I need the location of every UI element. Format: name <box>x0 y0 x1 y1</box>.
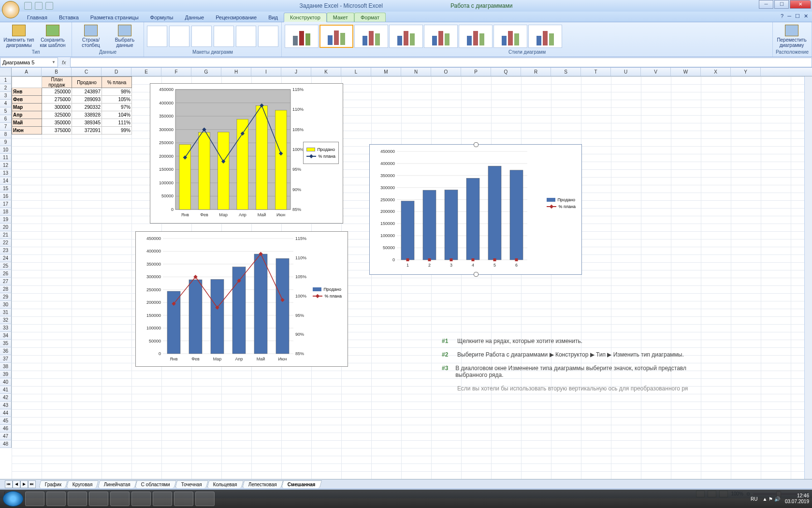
month-cell[interactable]: Июн <box>12 127 42 134</box>
row-header[interactable]: 24 <box>0 254 12 262</box>
row-header[interactable]: 3 <box>0 92 12 100</box>
tab-view[interactable]: Вид <box>262 13 284 22</box>
sheet-tab[interactable]: Лепестковая <box>242 480 283 488</box>
month-cell[interactable]: Мар <box>12 104 42 111</box>
office-button[interactable] <box>2 1 19 18</box>
row-header[interactable]: 1 <box>0 76 12 84</box>
close-workbook-icon[interactable]: ✕ <box>804 13 808 19</box>
column-header[interactable]: H <box>221 68 251 76</box>
layout-item[interactable] <box>147 26 167 47</box>
month-cell[interactable]: Апр <box>12 111 42 119</box>
row-header[interactable]: 45 <box>0 417 12 425</box>
minimize-button[interactable]: ─ <box>759 0 773 9</box>
header-plan[interactable]: План продаж <box>42 77 72 88</box>
row-header[interactable]: 11 <box>0 154 12 162</box>
column-header[interactable]: R <box>521 68 551 76</box>
row-header[interactable]: 37 <box>0 355 12 363</box>
row-header[interactable]: 22 <box>0 239 12 247</box>
chart-layouts-gallery[interactable] <box>147 23 278 49</box>
sheet-tab[interactable]: Линейчатая <box>97 480 136 488</box>
style-item[interactable] <box>285 25 319 48</box>
select-all-corner[interactable] <box>0 68 12 76</box>
sheet-tab[interactable]: График <box>39 480 68 488</box>
row-header[interactable]: 21 <box>0 231 12 239</box>
sheet-tab[interactable]: Точечная <box>175 480 208 488</box>
row-header[interactable]: 13 <box>0 169 12 177</box>
style-item[interactable] <box>389 25 423 48</box>
help-icon[interactable]: ? <box>781 13 783 19</box>
layout-item[interactable] <box>258 26 278 47</box>
column-header[interactable]: K <box>311 68 341 76</box>
chart-styles-gallery[interactable] <box>285 23 769 49</box>
tray-flag-icon[interactable]: ▲ ⚑ 🔊 <box>762 496 780 502</box>
pct-cell[interactable]: 104% <box>102 111 132 119</box>
taskbar-app-icon[interactable] <box>195 492 215 506</box>
row-header[interactable]: 26 <box>0 270 12 278</box>
undo-icon[interactable] <box>35 2 43 10</box>
taskbar-excel-icon[interactable] <box>153 492 172 506</box>
row-header[interactable]: 25 <box>0 262 12 270</box>
column-header[interactable]: W <box>671 68 701 76</box>
restore-workbook-icon[interactable]: ☐ <box>795 13 800 19</box>
name-box[interactable]: Диаграмма 5▼ <box>0 58 58 67</box>
row-header[interactable]: 2 <box>0 84 12 92</box>
row-header[interactable]: 14 <box>0 177 12 185</box>
row-header[interactable]: 19 <box>0 216 12 224</box>
row-header[interactable]: 7 <box>0 123 12 131</box>
row-header[interactable]: 27 <box>0 278 12 285</box>
row-header[interactable]: 10 <box>0 146 12 154</box>
tab-insert[interactable]: Вставка <box>53 13 85 22</box>
month-cell[interactable]: Янв <box>12 88 42 96</box>
column-header[interactable]: S <box>551 68 581 76</box>
column-header[interactable]: V <box>641 68 671 76</box>
style-item[interactable] <box>354 25 388 48</box>
tab-review[interactable]: Рецензирование <box>210 13 262 22</box>
column-header[interactable]: L <box>341 68 371 76</box>
pct-cell[interactable]: 105% <box>102 96 132 104</box>
row-header[interactable]: 6 <box>0 115 12 123</box>
sold-cell[interactable]: 289093 <box>72 96 102 104</box>
change-chart-type-button[interactable]: Изменить тип диаграммы <box>3 23 35 49</box>
move-chart-button[interactable]: Переместить диаграмму <box>776 23 808 49</box>
sheet-tab[interactable]: Смешанная <box>281 480 322 488</box>
taskbar-ie-icon[interactable] <box>25 492 44 506</box>
pct-cell[interactable]: 111% <box>102 119 132 127</box>
row-header[interactable]: 44 <box>0 409 12 417</box>
sold-cell[interactable]: 389345 <box>72 119 102 127</box>
layout-item[interactable] <box>191 26 212 47</box>
month-cell[interactable]: Фев <box>12 96 42 104</box>
close-button[interactable]: ✕ <box>790 0 811 9</box>
row-header[interactable]: 42 <box>0 394 12 402</box>
row-header[interactable]: 41 <box>0 386 12 394</box>
start-button[interactable] <box>3 491 23 507</box>
chart-blue-combo[interactable]: 0500001000001500002000002500003000003500… <box>135 231 348 367</box>
style-item[interactable] <box>493 25 527 48</box>
tab-nav-last[interactable]: ⏭ <box>28 480 36 488</box>
column-header[interactable]: M <box>371 68 401 76</box>
sold-cell[interactable]: 338928 <box>72 111 102 119</box>
sheet-tab[interactable]: Круговая <box>66 480 99 488</box>
formula-input[interactable] <box>70 58 812 67</box>
minimize-ribbon-icon[interactable]: ─ <box>787 13 791 19</box>
tab-design[interactable]: Конструктор <box>284 13 327 22</box>
plan-cell[interactable]: 250000 <box>42 88 72 96</box>
row-header[interactable]: 38 <box>0 363 12 371</box>
row-header[interactable]: 16 <box>0 193 12 200</box>
style-item[interactable] <box>528 25 562 48</box>
plan-cell[interactable]: 325000 <box>42 111 72 119</box>
row-header[interactable]: 43 <box>0 402 12 409</box>
row-header[interactable]: 12 <box>0 162 12 169</box>
fx-icon[interactable]: fx <box>58 60 70 65</box>
column-header[interactable]: O <box>431 68 461 76</box>
taskbar-word-icon[interactable] <box>174 492 193 506</box>
column-header[interactable]: J <box>281 68 311 76</box>
plan-cell[interactable]: 375000 <box>42 127 72 134</box>
row-header[interactable]: 39 <box>0 371 12 378</box>
row-header[interactable]: 30 <box>0 301 12 309</box>
column-header[interactable]: Y <box>731 68 761 76</box>
row-header[interactable]: 31 <box>0 309 12 316</box>
row-header[interactable]: 18 <box>0 208 12 216</box>
row-header[interactable]: 48 <box>0 440 12 448</box>
style-item[interactable] <box>319 25 353 48</box>
row-header[interactable]: 15 <box>0 185 12 193</box>
